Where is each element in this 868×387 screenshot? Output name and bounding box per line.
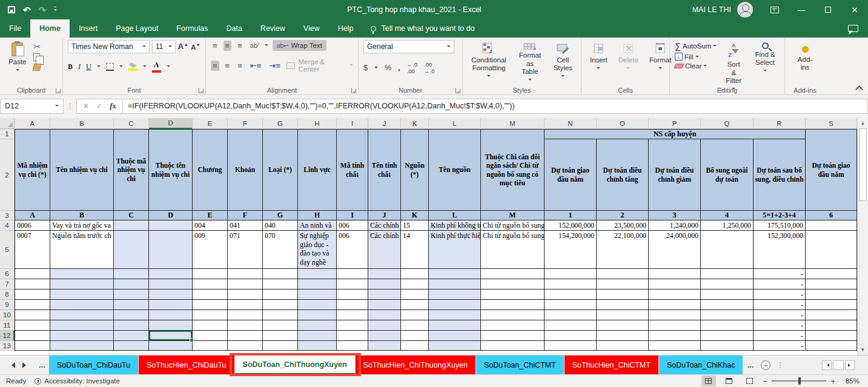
avatar[interactable] <box>737 2 753 18</box>
comma-icon[interactable]: , <box>398 64 400 72</box>
cell-L12[interactable] <box>429 331 481 341</box>
cell-O9[interactable] <box>597 300 649 310</box>
header-I[interactable]: Mã tính chất <box>337 129 368 211</box>
cell-H8[interactable] <box>298 289 337 300</box>
bold-button[interactable]: B <box>68 62 73 71</box>
font-dialog-launcher[interactable] <box>199 88 204 93</box>
cell-M12[interactable] <box>481 331 545 341</box>
column-header-P[interactable]: P <box>649 118 701 129</box>
cell-F6[interactable] <box>228 269 263 279</box>
cell-N6[interactable] <box>545 269 597 279</box>
column-header-G[interactable]: G <box>263 118 298 129</box>
align-left-icon[interactable]: ≡ <box>211 61 219 71</box>
cell-S5[interactable] <box>806 231 857 269</box>
autosum-button[interactable]: ∑AutoSum <box>675 41 717 51</box>
borders-icon[interactable] <box>106 63 114 71</box>
cell-N8[interactable] <box>545 289 597 300</box>
band-header-ns-cap-huyen[interactable]: NS cấp huyện <box>545 129 806 139</box>
cell-C9[interactable] <box>114 300 149 310</box>
user-name[interactable]: MAI LE THI <box>692 5 731 14</box>
row-header-10[interactable]: 10 <box>0 310 15 320</box>
cell-I5[interactable]: 006 <box>337 231 368 269</box>
cell-G11[interactable] <box>263 320 298 331</box>
column-header-N[interactable]: N <box>545 118 597 129</box>
cell-Q8[interactable] <box>701 289 754 300</box>
cell-A11[interactable] <box>15 320 50 331</box>
cell-H13[interactable] <box>298 341 337 351</box>
sort-filter-button[interactable]: AZ Sort & Filter <box>720 40 747 85</box>
cell-O13[interactable] <box>597 341 649 351</box>
cell-K13[interactable] <box>401 341 429 351</box>
cell-D7[interactable] <box>149 279 193 289</box>
cell-A5[interactable]: 0007 <box>15 231 50 269</box>
ribbon-tab-data[interactable]: Data <box>217 19 251 38</box>
sheet-tab-SoThucHien_ChiDauTu[interactable]: SoThucHien_ChiDauTu <box>139 356 235 374</box>
row-header-8[interactable]: 8 <box>0 289 15 300</box>
comments-icon[interactable] <box>848 25 858 32</box>
font-size-combo[interactable]: 11 <box>152 40 176 53</box>
customize-qat-icon[interactable]: ▾ <box>54 7 56 13</box>
key-row-F[interactable]: F <box>228 211 263 220</box>
sheet-tab-options-icon[interactable]: ⋮ <box>774 361 786 369</box>
ribbon-tab-review[interactable]: Review <box>251 19 294 38</box>
cell-I6[interactable] <box>337 269 368 279</box>
key-row-S[interactable]: 6 <box>806 211 857 220</box>
column-header-O[interactable]: O <box>597 118 649 129</box>
cell-P13[interactable] <box>649 341 701 351</box>
percent-icon[interactable]: % <box>385 64 391 72</box>
cell-H4[interactable]: An ninh và <box>298 220 337 231</box>
prev-sheet-icon[interactable] <box>8 362 15 368</box>
key-row-I[interactable]: I <box>337 211 368 220</box>
ribbon-tab-help[interactable]: Help <box>329 19 363 38</box>
zoom-slider-thumb[interactable] <box>798 377 801 385</box>
cell-O8[interactable] <box>597 289 649 300</box>
header-B[interactable]: Tên nhiệm vụ chi <box>50 129 114 211</box>
cell-E5[interactable]: 009 <box>193 231 228 269</box>
sheet-tab-SoDuToan_ChiDauTu[interactable]: SoDuToan_ChiDauTu <box>49 356 139 374</box>
cell-C4[interactable] <box>114 220 149 231</box>
cell-G12[interactable] <box>263 331 298 341</box>
cell-R11[interactable]: - <box>754 320 806 331</box>
increase-decimal-icon[interactable]: ←.0.00 <box>407 61 417 74</box>
header-H[interactable]: Lĩnh vực <box>298 129 337 211</box>
cell-N13[interactable] <box>545 341 597 351</box>
cell-E4[interactable]: 004 <box>193 220 228 231</box>
cell-J7[interactable] <box>368 279 401 289</box>
cell-O4[interactable]: 23,500,000 <box>597 220 649 231</box>
select-all-button[interactable] <box>0 118 15 129</box>
cell-B9[interactable] <box>50 300 114 310</box>
cell-F8[interactable] <box>228 289 263 300</box>
currency-icon[interactable]: $ <box>363 64 368 72</box>
find-select-button[interactable]: Find & Select <box>750 40 780 85</box>
column-header-C[interactable]: C <box>114 118 149 129</box>
cell-M10[interactable] <box>481 310 545 320</box>
vertical-scroll-thumb[interactable] <box>860 128 867 201</box>
insert-function-icon[interactable]: fx <box>110 101 116 111</box>
cell-E11[interactable] <box>193 320 228 331</box>
cell-B10[interactable] <box>50 310 114 320</box>
cell-A10[interactable] <box>15 310 50 320</box>
zoom-in-icon[interactable]: + <box>830 377 835 386</box>
cell-K5[interactable]: 14 <box>401 231 429 269</box>
cell-A6[interactable] <box>15 269 50 279</box>
header-N[interactable]: Dự toán giao đầu năm <box>545 139 597 211</box>
cell-I12[interactable] <box>337 331 368 341</box>
ribbon-tab-file[interactable]: File <box>0 19 30 38</box>
new-sheet-button[interactable]: + <box>761 360 770 370</box>
delete-cells-button[interactable]: Delete <box>615 40 642 85</box>
cell-F4[interactable]: 041 <box>228 220 263 231</box>
increase-indent-icon[interactable]: ⇥≡ <box>267 61 282 71</box>
cell-Q10[interactable] <box>701 310 754 320</box>
key-row-A[interactable]: A <box>15 211 50 220</box>
cell-P4[interactable]: 1,240,000 <box>649 220 701 231</box>
cell-P12[interactable] <box>649 331 701 341</box>
key-row-K[interactable]: K <box>401 211 429 220</box>
key-row-J[interactable]: J <box>368 211 401 220</box>
redo-icon[interactable]: ↷ <box>39 5 47 15</box>
cell-K10[interactable] <box>401 310 429 320</box>
cell-N10[interactable] <box>545 310 597 320</box>
currency-dropdown-icon[interactable] <box>374 67 378 70</box>
fill-color-dropdown-icon[interactable] <box>143 65 147 69</box>
cell-B12[interactable] <box>50 331 114 341</box>
header-J[interactable]: Tên tính chất <box>368 129 401 211</box>
